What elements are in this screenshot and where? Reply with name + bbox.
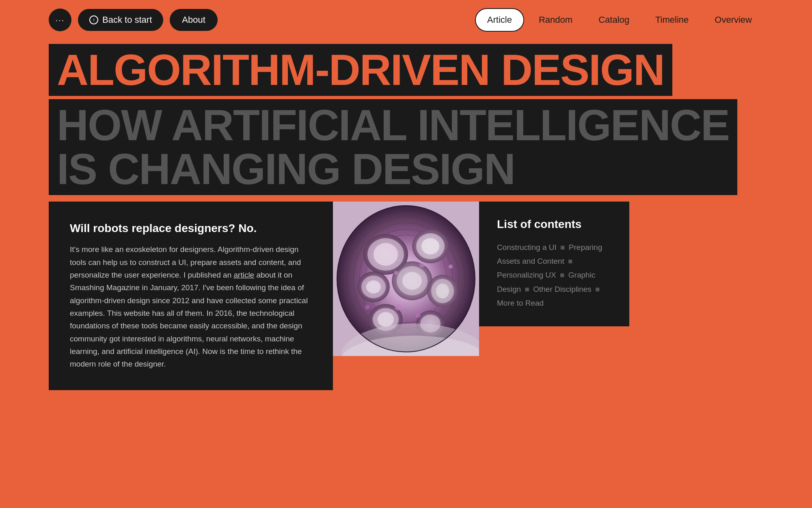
microscope-image [333, 202, 479, 356]
svg-point-12 [421, 238, 439, 254]
content-area: Will robots replace designers? No. It's … [0, 202, 812, 390]
toc-separator-5: ■ [595, 285, 600, 293]
toc-separator-1: ■ [560, 243, 567, 252]
hero-section: ALGORITHM-DRIVEN DESIGN HOW ARTIFICIAL I… [0, 44, 812, 195]
svg-point-31 [365, 305, 370, 310]
nav-catalog[interactable]: Catalog [587, 9, 641, 31]
toc-separator-2: ■ [568, 257, 572, 265]
body-text-2: about it on Smashing Magazine in January… [70, 271, 308, 368]
microscope-image-box [333, 202, 479, 356]
svg-point-9 [374, 243, 398, 266]
toc-title: List of contents [497, 218, 611, 231]
toc-box: List of contents Constructing a UI ■ Pre… [479, 202, 629, 326]
dots-button[interactable]: ··· [49, 9, 71, 31]
svg-point-24 [436, 284, 449, 298]
about-button[interactable]: About [170, 9, 218, 31]
article-body: It's more like an exoskeleton for design… [70, 243, 312, 370]
toc-separator-4: ■ [525, 285, 531, 293]
nav-article[interactable]: Article [475, 8, 524, 32]
toc-item-constructing-ui[interactable]: Constructing a UI [497, 243, 557, 252]
nav-right: Article Random Catalog Timeline Overview [475, 8, 763, 32]
toc-separator-3: ■ [560, 271, 567, 279]
svg-point-15 [366, 280, 381, 293]
subtitle-line2: IS CHANGING DESIGN [57, 147, 729, 191]
nav-random[interactable]: Random [527, 9, 584, 31]
svg-point-32 [449, 265, 453, 269]
main-title: ALGORITHM-DRIVEN DESIGN [57, 48, 664, 92]
toc-item-other-disciplines[interactable]: Other Disciplines [533, 285, 592, 293]
toc-item-personalizing-ux[interactable]: Personalizing UX [497, 271, 556, 279]
svg-point-28 [416, 313, 421, 318]
nav-timeline[interactable]: Timeline [644, 9, 700, 31]
arrow-up-icon: ↑ [89, 15, 98, 24]
svg-point-30 [419, 262, 425, 267]
svg-point-27 [395, 304, 401, 310]
title-block-1: ALGORITHM-DRIVEN DESIGN [49, 44, 672, 96]
svg-point-21 [378, 312, 394, 327]
subtitle-line1: HOW ARTIFICIAL INTELLIGENCE [57, 103, 729, 147]
toc-items: Constructing a UI ■ Preparing Assets and… [497, 241, 611, 310]
top-navigation: ··· ↑ Back to start About Article Random… [0, 0, 812, 40]
article-text-box: Will robots replace designers? No. It's … [49, 202, 333, 390]
back-label: Back to start [102, 15, 152, 25]
title-block-2: HOW ARTIFICIAL INTELLIGENCE IS CHANGING … [49, 99, 737, 195]
nav-overview[interactable]: Overview [703, 9, 763, 31]
article-headline: Will robots replace designers? No. [70, 221, 312, 236]
toc-item-more-to-read[interactable]: More to Read [497, 299, 544, 307]
svg-point-18 [402, 272, 422, 290]
back-to-start-button[interactable]: ↑ Back to start [78, 9, 163, 31]
nav-left: ··· ↑ Back to start About [49, 9, 218, 31]
article-link[interactable]: article [233, 271, 254, 279]
